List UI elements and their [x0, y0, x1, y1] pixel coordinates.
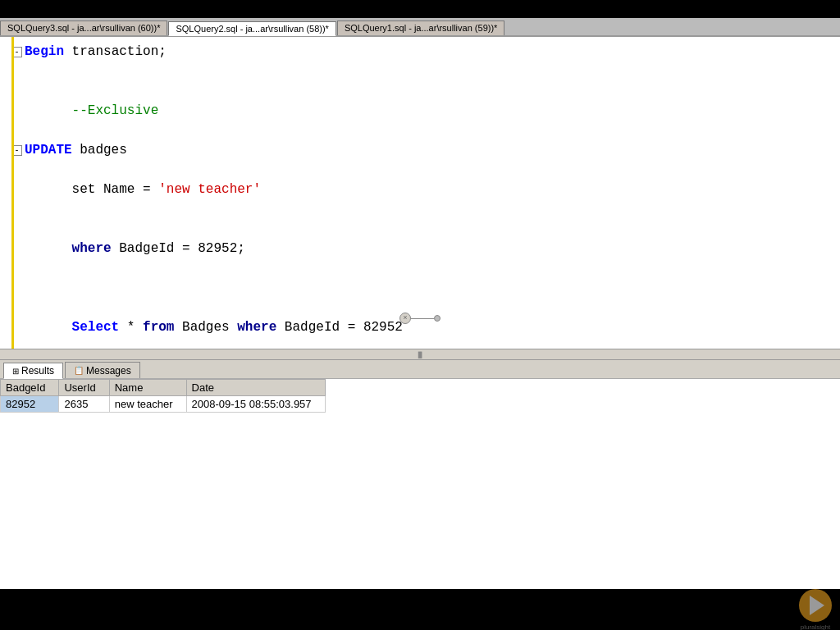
table-header-row: BadgeId UserId Name Date [1, 380, 326, 396]
code-line-6: where BadgeId = 82952; [5, 219, 835, 278]
cell-userid: 2635 [59, 396, 109, 413]
top-black-bar [0, 0, 840, 18]
tab-query1[interactable]: SQLQuery1.sql - ja...ar\rsullivan (59))* [337, 21, 504, 35]
tab-messages[interactable]: 📋 Messages [65, 362, 140, 378]
tab-bar: SQLQuery3.sql - ja...ar\rsullivan (60))*… [0, 18, 840, 37]
bottom-area: pluralsight [0, 589, 840, 630]
results-section: ⊞ Results 📋 Messages BadgeId UserId Name… [0, 360, 840, 589]
results-grid-icon: ⊞ [12, 367, 19, 376]
cell-name: new teacher [109, 396, 186, 413]
breakpoint-line [411, 318, 434, 319]
breakpoint-circle: × [399, 313, 411, 324]
code-line-5: set Name = 'new teacher' [5, 160, 835, 219]
breakpoint-area: × [399, 313, 441, 324]
col-name: Name = [103, 182, 158, 197]
col-header-userid: UserId [59, 380, 109, 396]
yellow-border [11, 37, 14, 349]
kw-where-1: where [72, 241, 112, 256]
col-header-badgeid: BadgeId [1, 380, 59, 396]
kw-begin: Begin [25, 42, 64, 62]
h-scrollbar[interactable]: ▐▌ [0, 349, 840, 360]
messages-icon: 📋 [74, 366, 84, 375]
pluralsight-text: pluralsight [801, 623, 830, 631]
code-line-4: -UPDATE badges [5, 140, 835, 160]
code-line-empty-2 [5, 278, 835, 298]
col-header-date: Date [186, 380, 325, 396]
tab-query3[interactable]: SQLQuery3.sql - ja...ar\rsullivan (60))* [0, 21, 167, 35]
editor-area[interactable]: -Begin transaction; --Exclusive -UPDATE … [0, 37, 840, 349]
tab-query2[interactable]: SQLQuery2.sql - ja...ar\rsullivan (58))* [168, 21, 336, 36]
code-line-1: -Begin transaction; [5, 42, 835, 62]
cell-badgeid: 82952 [1, 396, 59, 413]
pluralsight-logo: pluralsight [799, 589, 832, 631]
kw-where-2: where [237, 320, 276, 335]
results-table: BadgeId UserId Name Date 82952 2635 new … [0, 379, 326, 413]
results-table-container: BadgeId UserId Name Date 82952 2635 new … [0, 379, 840, 413]
kw-from: from [143, 320, 174, 335]
col-header-name: Name [109, 380, 186, 396]
val-new-teacher: 'new teacher' [158, 182, 261, 197]
comment-exclusive: --Exclusive [72, 103, 159, 118]
table-row: 82952 2635 new teacher 2008-09-15 08:55:… [1, 396, 326, 413]
kw-set: set [72, 182, 103, 197]
kw-select: Select [72, 320, 120, 335]
cell-date: 2008-09-15 08:55:03.957 [186, 396, 325, 413]
scrollbar-thumb: ▐▌ [416, 351, 424, 358]
kw-update: UPDATE [25, 140, 72, 160]
code-line-3: --Exclusive [5, 81, 835, 140]
breakpoint-dot [434, 315, 441, 322]
code-line-empty-1 [5, 62, 835, 81]
tab-results[interactable]: ⊞ Results [3, 363, 63, 379]
results-tab-bar: ⊞ Results 📋 Messages [0, 360, 840, 379]
